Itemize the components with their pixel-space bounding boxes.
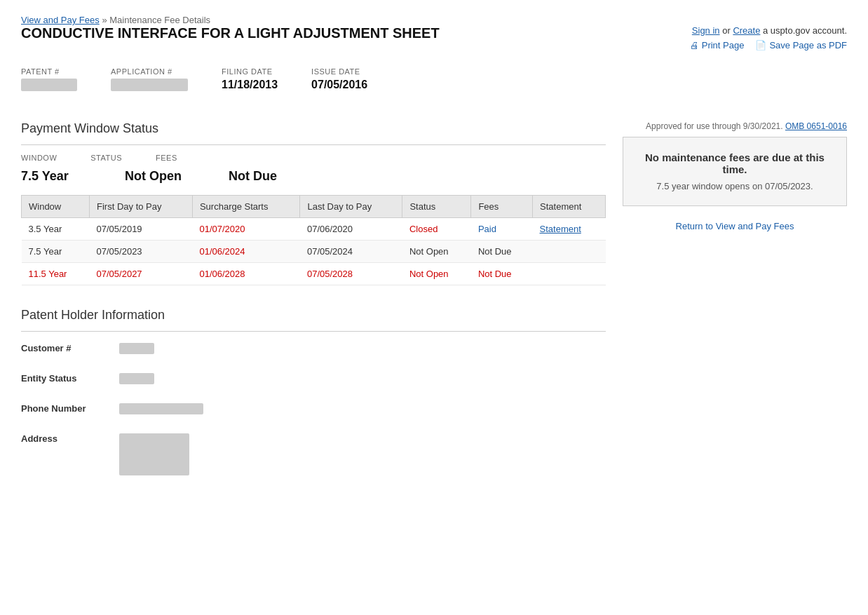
breadcrumb: View and Pay Fees » Maintenance Fee Deta…: [21, 14, 847, 25]
sidebar-return: Return to View and Pay Fees: [623, 215, 847, 237]
col-first-day: First Day to Pay: [90, 196, 193, 218]
window-status-block: WINDOW STATUS FEES 7.5 Year Not Open Not…: [21, 154, 606, 184]
window-current-value: 7.5 Year: [21, 169, 91, 184]
cell-last-day: 07/05/2028: [300, 263, 402, 285]
fees-current-value: Not Due: [229, 169, 299, 184]
filing-date-label: FILING DATE: [222, 67, 278, 76]
sidebar-notice: No maintenance fees are due at this time…: [623, 137, 847, 206]
col-window: Window: [22, 196, 90, 218]
cell-statement[interactable]: Statement: [533, 218, 606, 241]
print-link[interactable]: 🖨 Print Page: [690, 40, 745, 50]
account-text: Sign in or Create a uspto.gov account.: [690, 25, 847, 36]
save-pdf-link[interactable]: 📄 Save Page as PDF: [755, 40, 847, 50]
customer-label: Customer #: [21, 340, 119, 359]
customer-redacted: [119, 343, 154, 354]
sidebar: Approved for use through 9/30/2021. OMB …: [623, 121, 847, 478]
main-layout: Payment Window Status WINDOW STATUS FEES…: [21, 121, 847, 478]
status-current-value: Not Open: [125, 169, 195, 184]
page-title: CONDUCTIVE INTERFACE FOR A LIGHT ADJUSTM…: [21, 25, 440, 41]
table-row: 7.5 Year07/05/202301/06/202407/05/2024No…: [22, 241, 606, 263]
entity-redacted: [119, 373, 154, 384]
cell-window: 7.5 Year: [22, 241, 90, 263]
col-statement: Statement: [533, 196, 606, 218]
main-content: Payment Window Status WINDOW STATUS FEES…: [21, 121, 606, 478]
holder-table: Customer # Entity Status Phone Number Ad…: [21, 340, 606, 478]
col-fees: Fees: [471, 196, 533, 218]
patent-holder-divider: [21, 331, 606, 332]
customer-value: [119, 340, 606, 359]
notice-sub-text: 7.5 year window opens on 07/05/2023.: [635, 181, 835, 191]
action-links: 🖨 Print Page 📄 Save Page as PDF: [690, 40, 847, 50]
issue-date-value: 07/05/2016: [311, 79, 367, 91]
phone-redacted: [119, 403, 203, 414]
window-status-labels: WINDOW STATUS FEES: [21, 154, 606, 166]
cell-fees: Not Due: [471, 263, 533, 285]
print-label: Print Page: [702, 40, 745, 50]
cell-window: 11.5 Year: [22, 263, 90, 285]
print-icon: 🖨: [690, 40, 699, 50]
breadcrumb-current: Maintenance Fee Details: [109, 15, 210, 25]
cell-surcharge: 01/06/2028: [192, 263, 299, 285]
cell-status: Not Open: [402, 241, 471, 263]
statement-link[interactable]: Statement: [540, 224, 581, 234]
phone-label: Phone Number: [21, 400, 119, 419]
address-redacted: [119, 433, 189, 475]
fees-table: Window First Day to Pay Surcharge Starts…: [21, 195, 606, 285]
cell-first-day: 07/05/2023: [90, 241, 193, 263]
account-suffix: a uspto.gov account.: [760, 25, 847, 36]
pdf-icon: 📄: [755, 40, 766, 50]
issue-date-field: ISSUE DATE 07/05/2016: [311, 67, 367, 93]
filing-date-value: 11/18/2013: [222, 79, 278, 91]
cell-first-day: 07/05/2019: [90, 218, 193, 241]
omb-link[interactable]: OMB 0651-0016: [785, 121, 847, 131]
cell-last-day: 07/06/2020: [300, 218, 402, 241]
cell-statement: [533, 241, 606, 263]
sign-in-link[interactable]: Sign in: [692, 25, 720, 36]
patent-label: PATENT #: [21, 67, 77, 76]
status-col-label: STATUS: [90, 154, 122, 162]
filing-date-field: FILING DATE 11/18/2013: [222, 67, 278, 93]
patent-holder-section: Patent Holder Information Customer # Ent…: [21, 308, 606, 478]
notice-main-text: No maintenance fees are due at this time…: [635, 151, 835, 175]
or-text: or: [720, 25, 733, 36]
omb-text: Approved for use through 9/30/2021.: [646, 121, 782, 131]
create-link[interactable]: Create: [733, 25, 760, 36]
cell-last-day: 07/05/2024: [300, 241, 402, 263]
breadcrumb-separator: »: [100, 15, 109, 25]
patent-field: PATENT #: [21, 67, 77, 93]
issue-date-label: ISSUE DATE: [311, 67, 367, 76]
col-surcharge: Surcharge Starts: [192, 196, 299, 218]
cell-statement: [533, 263, 606, 285]
cell-fees: Paid: [471, 218, 533, 241]
table-row: 11.5 Year07/05/202701/06/202807/05/2028N…: [22, 263, 606, 285]
address-label: Address: [21, 431, 119, 478]
cell-first-day: 07/05/2027: [90, 263, 193, 285]
page-header: CONDUCTIVE INTERFACE FOR A LIGHT ADJUSTM…: [21, 25, 847, 50]
table-row: 3.5 Year07/05/201901/07/202007/06/2020Cl…: [22, 218, 606, 241]
patent-holder-title: Patent Holder Information: [21, 308, 606, 323]
breadcrumb-link[interactable]: View and Pay Fees: [21, 15, 100, 25]
phone-value: [119, 400, 606, 419]
application-value-redacted: [111, 79, 188, 91]
cell-status: Not Open: [402, 263, 471, 285]
entity-value: [119, 370, 606, 389]
entity-label: Entity Status: [21, 370, 119, 389]
fees-col-label: FEES: [156, 154, 177, 162]
cell-fees: Not Due: [471, 241, 533, 263]
payment-window-title: Payment Window Status: [21, 121, 606, 136]
application-label: APPLICATION #: [111, 67, 188, 76]
header-actions: Sign in or Create a uspto.gov account. 🖨…: [690, 25, 847, 50]
application-field: APPLICATION #: [111, 67, 188, 93]
cell-window: 3.5 Year: [22, 218, 90, 241]
save-pdf-label: Save Page as PDF: [769, 40, 847, 50]
section-divider: [21, 144, 606, 145]
col-status: Status: [402, 196, 471, 218]
window-col-label: WINDOW: [21, 154, 57, 162]
cell-surcharge: 01/07/2020: [192, 218, 299, 241]
return-link[interactable]: Return to View and Pay Fees: [676, 221, 794, 231]
address-value: [119, 431, 606, 478]
patent-value-redacted: [21, 79, 77, 91]
cell-status: Closed: [402, 218, 471, 241]
col-last-day: Last Day to Pay: [300, 196, 402, 218]
sidebar-omb: Approved for use through 9/30/2021. OMB …: [623, 121, 847, 131]
